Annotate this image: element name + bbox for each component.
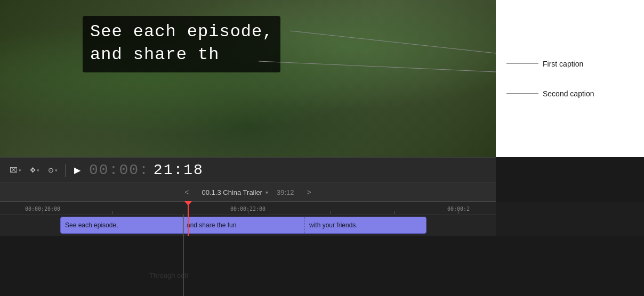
timeline-title-text: 00.1.3 China Trailer bbox=[202, 188, 262, 196]
toolbar-separator-1 bbox=[65, 164, 66, 177]
speed-icon: ⊙ bbox=[48, 166, 54, 174]
second-caption-label: Second caption bbox=[543, 89, 594, 98]
video-preview: See each episode, and share th bbox=[0, 0, 496, 157]
timeline-ruler: 00:00:20:00 00:00:22:00 00:00:2 bbox=[0, 202, 496, 215]
timeline-prev-button[interactable]: < bbox=[180, 186, 193, 199]
play-button[interactable]: ▶ bbox=[70, 163, 85, 177]
play-icon: ▶ bbox=[74, 166, 80, 175]
timeline-title-chevron-icon[interactable]: ▾ bbox=[265, 190, 268, 195]
through-edit-label: Through edit bbox=[149, 272, 188, 279]
speed-chevron-icon: ▾ bbox=[55, 168, 58, 173]
crop-icon: ⌧ bbox=[10, 166, 18, 174]
timeline-title: 00.1.3 China Trailer ▾ bbox=[202, 188, 268, 196]
crop-chevron-icon: ▾ bbox=[19, 168, 21, 173]
caption-line-1: See each episode, bbox=[90, 20, 273, 43]
timecode-white: 21:18 bbox=[154, 162, 204, 178]
first-caption-annotation: First caption bbox=[506, 60, 644, 68]
ruler-tick-partial bbox=[458, 211, 459, 214]
ruler-tick-extra-1 bbox=[112, 211, 112, 214]
toolbar: ⌧ ▾ ✥ ▾ ⊙ ▾ ▶ 00:00: 21:18 bbox=[0, 157, 496, 183]
timeline-right-panel bbox=[496, 202, 644, 236]
ruler-tick-22 bbox=[248, 211, 248, 214]
transform-tool-button[interactable]: ✥ ▾ bbox=[27, 164, 43, 176]
clip-segment-2[interactable]: and share the fun bbox=[182, 217, 305, 233]
timeline-next-button[interactable]: > bbox=[303, 186, 316, 199]
clip-segment-3[interactable]: with your friends. bbox=[305, 217, 426, 233]
first-caption-line bbox=[506, 63, 538, 64]
timeline-duration: 39:12 bbox=[277, 188, 294, 196]
ruler-tick-20 bbox=[43, 211, 43, 214]
crop-tool-button[interactable]: ⌧ ▾ bbox=[6, 164, 25, 176]
caption-clip[interactable]: See each episode, and share the fun with… bbox=[60, 217, 426, 234]
timecode-grey: 00:00: bbox=[89, 162, 149, 178]
playhead[interactable] bbox=[188, 202, 189, 236]
annotations-area: First caption Second caption bbox=[496, 0, 644, 157]
second-caption-line bbox=[506, 93, 538, 94]
caption-line-2: and share th bbox=[90, 43, 273, 66]
transform-chevron-icon: ▾ bbox=[37, 168, 39, 173]
playhead-head bbox=[184, 201, 192, 205]
speed-tool-button[interactable]: ⊙ ▾ bbox=[45, 164, 61, 176]
timeline-track: See each episode, and share the fun with… bbox=[0, 215, 496, 236]
clip-segment-1[interactable]: See each episode, bbox=[61, 217, 182, 233]
caption-overlay: See each episode, and share th bbox=[83, 16, 280, 72]
ruler-tick-extra-4 bbox=[395, 211, 395, 214]
timeline-nav: < 00.1.3 China Trailer ▾ 39:12 > bbox=[0, 183, 496, 202]
first-caption-label: First caption bbox=[543, 60, 583, 68]
ruler-tick-extra-3 bbox=[331, 211, 331, 214]
second-caption-annotation: Second caption bbox=[506, 89, 644, 98]
through-edit-line bbox=[183, 215, 184, 296]
transform-icon: ✥ bbox=[30, 166, 36, 174]
